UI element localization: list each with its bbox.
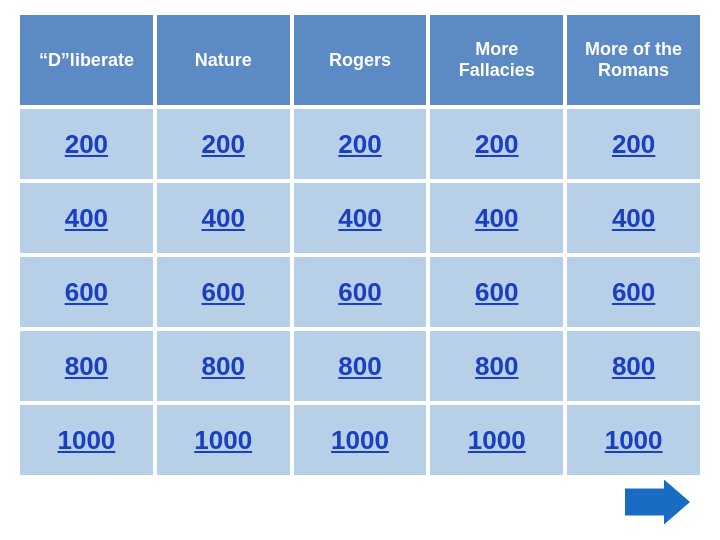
cell-romans-200[interactable]: 200 bbox=[567, 109, 700, 179]
game-board: “D”liberate Nature Rogers More Fallacies… bbox=[20, 15, 700, 525]
next-arrow-button[interactable] bbox=[625, 480, 690, 525]
cell-fallacies-1000[interactable]: 1000 bbox=[430, 405, 563, 475]
bottom-bar bbox=[20, 479, 700, 525]
cell-nature-200[interactable]: 200 bbox=[157, 109, 290, 179]
cell-rogers-400[interactable]: 400 bbox=[294, 183, 427, 253]
cell-dliberate-200[interactable]: 200 bbox=[20, 109, 153, 179]
cell-fallacies-600[interactable]: 600 bbox=[430, 257, 563, 327]
cell-nature-400[interactable]: 400 bbox=[157, 183, 290, 253]
cell-dliberate-600[interactable]: 600 bbox=[20, 257, 153, 327]
cell-rogers-800[interactable]: 800 bbox=[294, 331, 427, 401]
cell-nature-800[interactable]: 800 bbox=[157, 331, 290, 401]
cell-nature-1000[interactable]: 1000 bbox=[157, 405, 290, 475]
header-romans: More of the Romans bbox=[567, 15, 700, 105]
header-rogers: Rogers bbox=[294, 15, 427, 105]
cell-dliberate-1000[interactable]: 1000 bbox=[20, 405, 153, 475]
cell-fallacies-800[interactable]: 800 bbox=[430, 331, 563, 401]
cell-nature-600[interactable]: 600 bbox=[157, 257, 290, 327]
cell-dliberate-800[interactable]: 800 bbox=[20, 331, 153, 401]
cell-romans-400[interactable]: 400 bbox=[567, 183, 700, 253]
cell-fallacies-200[interactable]: 200 bbox=[430, 109, 563, 179]
cell-rogers-600[interactable]: 600 bbox=[294, 257, 427, 327]
cell-romans-800[interactable]: 800 bbox=[567, 331, 700, 401]
header-dliberate: “D”liberate bbox=[20, 15, 153, 105]
cell-romans-600[interactable]: 600 bbox=[567, 257, 700, 327]
cell-dliberate-400[interactable]: 400 bbox=[20, 183, 153, 253]
cell-fallacies-400[interactable]: 400 bbox=[430, 183, 563, 253]
header-nature: Nature bbox=[157, 15, 290, 105]
cell-rogers-1000[interactable]: 1000 bbox=[294, 405, 427, 475]
jeopardy-grid: “D”liberate Nature Rogers More Fallacies… bbox=[20, 15, 700, 475]
header-fallacies: More Fallacies bbox=[430, 15, 563, 105]
cell-romans-1000[interactable]: 1000 bbox=[567, 405, 700, 475]
cell-rogers-200[interactable]: 200 bbox=[294, 109, 427, 179]
